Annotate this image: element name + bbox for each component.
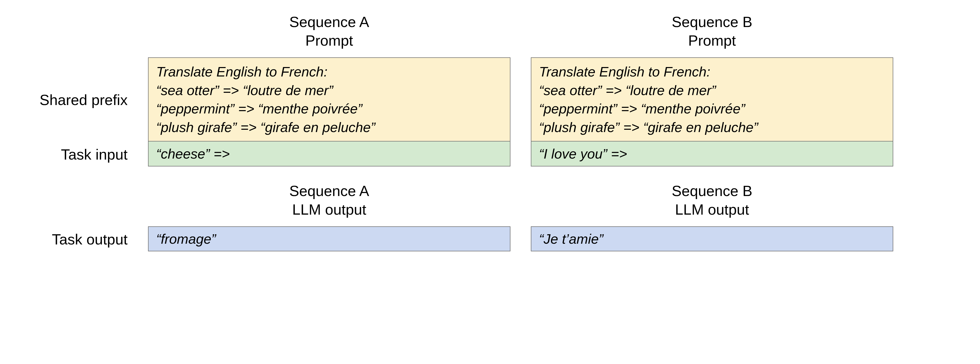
sequence-b-prefix-line3: “peppermint” => “menthe poivrée” [539, 100, 885, 118]
label-task-output: Task output [15, 226, 127, 252]
label-task-input: Task input [15, 142, 127, 167]
sequence-b-column: Sequence B Prompt Translate English to F… [531, 13, 893, 251]
sequence-a-header-line2: Prompt [148, 32, 511, 50]
sequence-a-output-header-line2: LLM output [148, 200, 511, 219]
sequence-a-shared-prefix-box: Translate English to French: “sea otter”… [148, 57, 511, 141]
sequence-a-task-input-text: “cheese” => [156, 144, 230, 163]
sequence-b-task-input-box: “I love you” => [531, 141, 893, 166]
sequence-a-prefix-line4: “plush girafe” => “girafe en peluche” [156, 118, 502, 137]
sequence-a-prefix-line1: Translate English to French: [156, 62, 502, 81]
label-task-output-text: Task output [52, 231, 127, 248]
spacer [15, 167, 127, 226]
sequence-b-output-header: Sequence B LLM output [531, 182, 893, 219]
sequence-b-header-line1: Sequence B [531, 13, 893, 32]
label-shared-prefix-text: Shared prefix [40, 91, 127, 108]
sequence-a-task-output-box: “fromage” [148, 226, 511, 251]
spacer [15, 13, 127, 58]
sequence-b-shared-prefix-box: Translate English to French: “sea otter”… [531, 57, 893, 141]
sequence-b-output-header-line2: LLM output [531, 200, 893, 219]
sequence-b-prefix-line1: Translate English to French: [539, 62, 885, 81]
sequence-a-prefix-line3: “peppermint” => “menthe poivrée” [156, 100, 502, 118]
sequence-a-output-header-line1: Sequence A [148, 182, 511, 200]
sequence-a-header: Sequence A Prompt [148, 13, 511, 50]
sequence-a-header-line1: Sequence A [148, 13, 511, 32]
sequence-b-prefix-line2: “sea otter” => “loutre de mer” [539, 81, 885, 100]
sequence-b-output-header-line1: Sequence B [531, 182, 893, 200]
sequence-b-task-output-text: “Je t’amie” [539, 229, 603, 248]
sequence-a-task-output-text: “fromage” [156, 229, 216, 248]
sequence-a-output-header: Sequence A LLM output [148, 182, 511, 219]
diagram-container: Shared prefix Task input Task output Seq… [0, 0, 980, 364]
sequence-a-column: Sequence A Prompt Translate English to F… [148, 13, 511, 251]
sequence-b-task-input-text: “I love you” => [539, 144, 627, 163]
sequence-b-task-output-box: “Je t’amie” [531, 226, 893, 251]
sequence-b-prefix-line4: “plush girafe” => “girafe en peluche” [539, 118, 885, 137]
row-labels-column: Shared prefix Task input Task output [15, 13, 127, 252]
label-shared-prefix: Shared prefix [15, 58, 127, 142]
sequence-a-prefix-line2: “sea otter” => “loutre de mer” [156, 81, 502, 100]
sequence-b-header-line2: Prompt [531, 32, 893, 50]
diagram-grid: Shared prefix Task input Task output Seq… [15, 13, 950, 252]
label-task-input-text: Task input [61, 146, 127, 163]
sequence-b-header: Sequence B Prompt [531, 13, 893, 50]
sequence-a-task-input-box: “cheese” => [148, 141, 511, 166]
